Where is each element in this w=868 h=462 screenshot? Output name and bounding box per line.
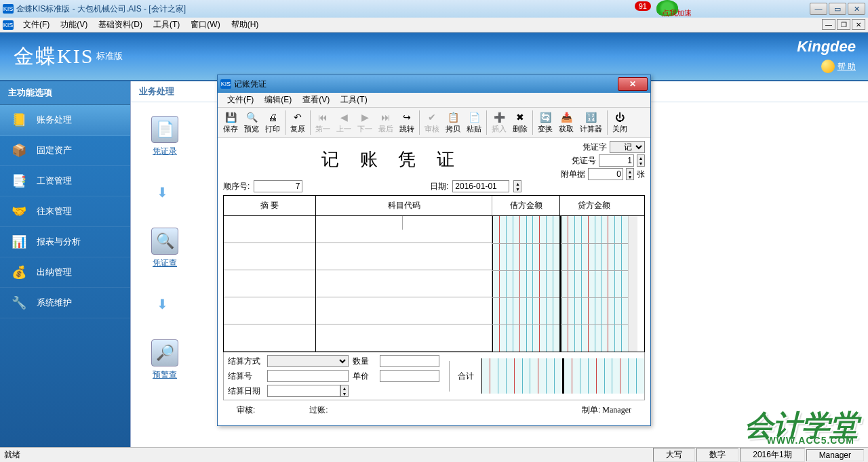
qty-label: 数量 <box>353 356 376 367</box>
mdi-minimize-button[interactable]: — <box>822 19 835 30</box>
speed-label[interactable]: 点我加速 <box>662 8 692 18</box>
content-item[interactable]: 🔎预警查 <box>144 339 185 381</box>
subject-cell[interactable] <box>316 297 492 324</box>
sidebar-item[interactable]: 📊报表与分析 <box>0 227 130 257</box>
mdi-restore-button[interactable]: ❐ <box>837 19 850 30</box>
main-menu-bar: KIS 文件(F)功能(V)基础资料(D)工具(T)窗口(W)帮助(H) — ❐… <box>0 18 868 33</box>
subject-cell[interactable] <box>316 270 492 297</box>
content-label: 预警查 <box>153 369 177 381</box>
sidebar-item[interactable]: 💰出纳管理 <box>0 257 130 288</box>
attach-spinner[interactable]: ▲▼ <box>626 168 634 180</box>
notification-badge[interactable]: 91 <box>635 1 651 11</box>
toolbar-变换-button[interactable]: 🔄变换 <box>535 110 555 135</box>
dialog-menu-item[interactable]: 文件(F) <box>222 93 259 107</box>
status-caps: 大写 <box>653 448 695 462</box>
toolbar-计算器-button[interactable]: 🔢计算器 <box>577 110 605 135</box>
voucher-no-label: 凭证号 <box>572 155 596 167</box>
debit-grid[interactable] <box>481 358 562 394</box>
voucher-table[interactable]: 摘 要 科目代码 借方金额 贷方金额 <box>223 195 645 352</box>
toolbar-删除-button[interactable]: ✖删除 <box>510 110 530 135</box>
qty-input[interactable] <box>380 355 439 367</box>
menu-app-icon: KIS <box>3 20 14 30</box>
sidebar-item[interactable]: 🔧系统维护 <box>0 288 130 318</box>
minimize-button[interactable]: — <box>810 3 827 15</box>
toolbar-icon: ✖ <box>514 111 526 123</box>
sidebar-item[interactable]: 🤝往来管理 <box>0 196 130 227</box>
dialog-app-icon: KIS <box>220 79 231 89</box>
dialog-menu-item[interactable]: 查看(V) <box>297 93 335 107</box>
subject-cell[interactable] <box>316 216 492 243</box>
voucher-no-spinner[interactable]: ▲▼ <box>637 154 645 167</box>
date-input[interactable] <box>452 180 509 192</box>
subject-cell[interactable] <box>316 324 492 352</box>
maximize-button[interactable]: ▭ <box>829 3 846 15</box>
dialog-toolbar: 💾保存🔍预览🖨打印↶复原⏮第一◀上一▶下一⏭最后↪跳转✔审核📋拷贝📄粘贴➕插入✖… <box>218 108 650 138</box>
price-input[interactable] <box>380 370 439 382</box>
summary-cell[interactable] <box>224 216 315 243</box>
menu-item[interactable]: 基础资料(D) <box>93 18 148 32</box>
table-scrollbar[interactable] <box>628 216 637 352</box>
toolbar-label: 审核 <box>425 124 439 134</box>
credit-grid[interactable] <box>564 358 644 394</box>
summary-cell[interactable] <box>224 243 315 270</box>
toolbar-审核-button: ✔审核 <box>422 110 442 135</box>
content-item[interactable]: 📄凭证录 <box>144 116 185 157</box>
voucher-no-input[interactable] <box>599 154 634 167</box>
sidebar-icon: 📦 <box>9 142 28 159</box>
toolbar-icon: ▶ <box>359 111 371 123</box>
content-icon: 🔍 <box>151 228 178 255</box>
seq-input[interactable] <box>254 180 302 192</box>
sidebar-item[interactable]: 📑工资管理 <box>0 166 130 196</box>
menu-item[interactable]: 功能(V) <box>55 18 93 32</box>
toolbar-打印-button[interactable]: 🖨打印 <box>262 110 283 135</box>
dialog-menu-item[interactable]: 编辑(E) <box>259 93 297 107</box>
content-item[interactable]: 🔍凭证查 <box>144 228 185 269</box>
voucher-word-select[interactable]: 记 <box>610 141 645 153</box>
price-label: 单价 <box>353 371 376 382</box>
toolbar-获取-button[interactable]: 📥获取 <box>556 110 576 135</box>
toolbar-预览-button[interactable]: 🔍预览 <box>241 110 262 135</box>
col-credit: 贷方金额 <box>560 196 628 215</box>
mdi-close-button[interactable]: ✕ <box>852 19 865 30</box>
credit-grid[interactable] <box>561 216 628 352</box>
toolbar-拷贝-button[interactable]: 📋拷贝 <box>443 110 463 135</box>
settle-method-select[interactable] <box>267 355 349 367</box>
sidebar-icon: 💰 <box>9 264 28 280</box>
help-link[interactable]: 帮 助 <box>821 60 856 73</box>
status-num: 数字 <box>696 448 738 462</box>
subject-cell[interactable] <box>316 243 492 270</box>
menu-item[interactable]: 工具(T) <box>148 18 185 32</box>
settle-no-input[interactable] <box>267 370 349 382</box>
dialog-title-bar[interactable]: KIS 记账凭证 ✕ <box>218 75 650 93</box>
dialog-close-button[interactable]: ✕ <box>618 77 648 91</box>
debit-grid[interactable] <box>492 216 559 352</box>
toolbar-复原-button[interactable]: ↶复原 <box>288 110 308 135</box>
toolbar-跳转-button[interactable]: ↪跳转 <box>397 110 417 135</box>
attach-unit: 张 <box>637 169 645 180</box>
toolbar-label: 复原 <box>290 124 305 134</box>
date-spinner[interactable]: ▲▼ <box>513 180 521 192</box>
toolbar-保存-button[interactable]: 💾保存 <box>220 110 241 135</box>
menu-item[interactable]: 帮助(H) <box>226 18 264 32</box>
seq-label: 顺序号: <box>223 181 250 192</box>
close-button[interactable]: ✕ <box>848 3 865 15</box>
summary-cell[interactable] <box>224 270 315 297</box>
summary-cell[interactable] <box>224 297 315 324</box>
sidebar-item[interactable]: 📦固定资产 <box>0 135 130 166</box>
status-text: 就绪 <box>4 449 652 461</box>
toolbar-粘贴-button[interactable]: 📄粘贴 <box>464 110 484 135</box>
sidebar-item[interactable]: 📒账务处理 <box>0 105 130 135</box>
date-label: 日期: <box>430 181 448 192</box>
sidebar-title: 主功能选项 <box>0 81 130 105</box>
sidebar-icon: 📑 <box>9 173 28 189</box>
menu-item[interactable]: 窗口(W) <box>185 18 225 32</box>
toolbar-关闭-button[interactable]: ⏻关闭 <box>610 110 630 135</box>
attach-input[interactable] <box>588 168 623 180</box>
menu-item[interactable]: 文件(F) <box>18 18 55 32</box>
settle-date-spinner[interactable]: ▲▼ <box>340 385 349 397</box>
sidebar-icon: 🤝 <box>9 203 28 219</box>
summary-cell[interactable] <box>224 324 315 352</box>
dialog-menu-item[interactable]: 工具(T) <box>335 93 372 107</box>
settle-date-input[interactable] <box>267 385 340 397</box>
audit-label: 审核: <box>237 404 255 416</box>
